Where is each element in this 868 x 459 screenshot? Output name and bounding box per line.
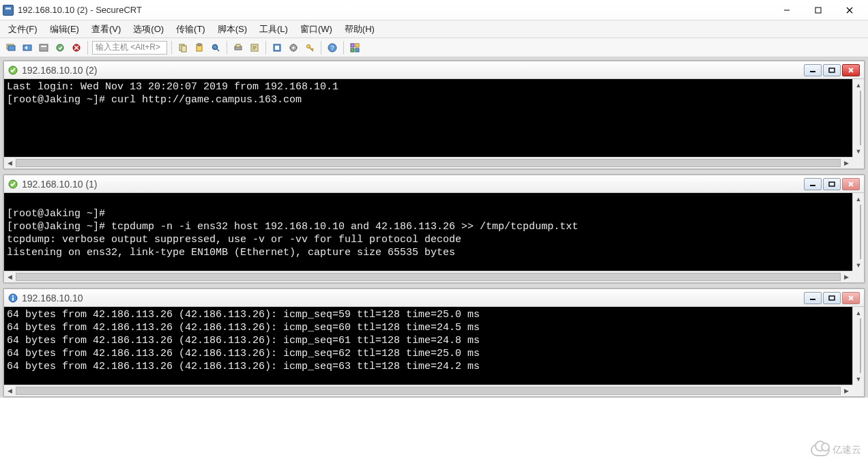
- terminal-pane: 192.168.10.10 (2)Last login: Wed Nov 13 …: [3, 60, 865, 170]
- toolbar-settings-icon[interactable]: [287, 41, 300, 55]
- scroll-up-arrow[interactable]: ▲: [854, 193, 864, 205]
- toolbar-connect-bar-icon[interactable]: [37, 41, 50, 55]
- terminal-line: 64 bytes from 42.186.113.26 (42.186.113.…: [7, 321, 852, 334]
- toolbar-properties-icon[interactable]: [248, 41, 261, 55]
- terminal-line: [7, 194, 852, 207]
- menu-transfer[interactable]: 传输(T): [176, 23, 205, 35]
- menu-help[interactable]: 帮助(H): [345, 23, 375, 35]
- resize-grip[interactable]: [852, 385, 864, 396]
- window-close-button[interactable]: [834, 1, 865, 20]
- scroll-down-arrow[interactable]: ▼: [854, 145, 864, 157]
- scroll-thumb[interactable]: [16, 159, 841, 167]
- scroll-track[interactable]: [16, 271, 841, 282]
- menu-edit[interactable]: 编辑(E): [50, 23, 79, 35]
- terminal-pane: 192.168.10.10 (1) [root@Jaking ~]#[root@…: [3, 174, 865, 284]
- window-minimize-button[interactable]: [771, 1, 802, 20]
- terminal-output[interactable]: Last login: Wed Nov 13 20:20:07 2019 fro…: [4, 79, 864, 157]
- horizontal-scrollbar[interactable]: ◀▶: [4, 271, 852, 282]
- pane-header[interactable]: 192.168.10.10: [4, 289, 864, 307]
- scroll-thumb[interactable]: [860, 91, 861, 145]
- connected-icon: [8, 179, 18, 189]
- pane-header[interactable]: 192.168.10.10 (2): [4, 61, 864, 79]
- scroll-left-arrow[interactable]: ◀: [4, 272, 16, 282]
- toolbar-tile-icon[interactable]: [348, 41, 362, 55]
- terminal-line: tcpdump: verbose output suppressed, use …: [7, 233, 852, 246]
- pane-header[interactable]: 192.168.10.10 (1): [4, 175, 864, 193]
- svg-rect-32: [12, 297, 14, 301]
- toolbar-disconnect-icon[interactable]: [70, 41, 83, 55]
- host-input[interactable]: 输入主机 <Alt+R>: [92, 41, 167, 55]
- pane-controls: [804, 64, 860, 76]
- svg-point-12: [213, 44, 218, 49]
- terminal-output[interactable]: 64 bytes from 42.186.113.26 (42.186.113.…: [4, 307, 864, 385]
- toolbar-options-icon[interactable]: [270, 41, 284, 55]
- toolbar-print-icon[interactable]: [231, 41, 245, 55]
- horizontal-scrollbar[interactable]: ◀▶: [4, 385, 852, 396]
- window-maximize-button[interactable]: [802, 1, 834, 20]
- toolbar-help-icon[interactable]: ?: [326, 41, 339, 55]
- terminal-line: 64 bytes from 42.186.113.26 (42.186.113.…: [7, 360, 852, 373]
- toolbar-session-manager-icon[interactable]: [4, 41, 18, 55]
- connected-icon: [8, 65, 18, 75]
- resize-grip[interactable]: [852, 157, 864, 168]
- scroll-thumb[interactable]: [16, 387, 841, 395]
- scroll-thumb[interactable]: [16, 273, 841, 281]
- terminal-line: 64 bytes from 42.186.113.26 (42.186.113.…: [7, 308, 852, 321]
- pane-minimize-button[interactable]: [804, 292, 822, 304]
- pane-close-button[interactable]: [842, 64, 860, 76]
- vertical-scrollbar[interactable]: ▲▼: [852, 307, 864, 385]
- resize-grip[interactable]: [852, 271, 864, 282]
- menu-options[interactable]: 选项(O): [133, 23, 164, 35]
- window-title: 192.168.10.10 (2) - SecureCRT: [18, 5, 142, 15]
- scroll-right-arrow[interactable]: ▶: [841, 272, 852, 282]
- toolbar-find-icon[interactable]: [209, 41, 222, 55]
- toolbar-quick-connect-icon[interactable]: [20, 41, 34, 55]
- terminal-output[interactable]: [root@Jaking ~]#[root@Jaking ~]# tcpdump…: [4, 193, 864, 271]
- scroll-right-arrow[interactable]: ▶: [841, 158, 852, 168]
- scroll-track[interactable]: [16, 385, 841, 396]
- scroll-up-arrow[interactable]: ▲: [854, 307, 864, 319]
- menu-tools[interactable]: 工具(L): [259, 23, 288, 35]
- svg-point-20: [307, 44, 310, 48]
- toolbar-key-icon[interactable]: [303, 41, 317, 55]
- pane-maximize-button[interactable]: [823, 64, 841, 76]
- horizontal-scrollbar[interactable]: ◀▶: [4, 157, 852, 168]
- scroll-right-arrow[interactable]: ▶: [841, 386, 852, 396]
- menu-view[interactable]: 查看(V): [91, 23, 121, 35]
- pane-minimize-button[interactable]: [804, 178, 822, 190]
- scroll-down-arrow[interactable]: ▼: [854, 259, 864, 271]
- host-placeholder: 输入主机 <Alt+R>: [96, 42, 160, 53]
- window-controls: [771, 1, 865, 20]
- menu-window[interactable]: 窗口(W): [300, 23, 332, 35]
- menu-file[interactable]: 文件(F): [8, 23, 38, 35]
- menu-bar: 文件(F) 编辑(E) 查看(V) 选项(O) 传输(T) 脚本(S) 工具(L…: [0, 20, 868, 38]
- toolbar-divider: [87, 41, 88, 55]
- svg-rect-24: [356, 44, 359, 47]
- toolbar-reconnect-icon[interactable]: [53, 41, 67, 55]
- svg-rect-0: [815, 8, 821, 13]
- pane-minimize-button[interactable]: [804, 64, 822, 76]
- toolbar-paste-icon[interactable]: [192, 41, 206, 55]
- terminal-line: listening on ens32, link-type EN10MB (Et…: [7, 246, 852, 259]
- vertical-scrollbar[interactable]: ▲▼: [852, 193, 864, 271]
- svg-rect-28: [829, 68, 835, 72]
- pane-close-button: [842, 292, 860, 304]
- scroll-thumb[interactable]: [860, 205, 861, 259]
- menu-script[interactable]: 脚本(S): [218, 23, 247, 35]
- scroll-left-arrow[interactable]: ◀: [4, 158, 16, 168]
- svg-rect-4: [40, 44, 48, 51]
- svg-rect-34: [829, 296, 835, 300]
- pane-maximize-button[interactable]: [823, 292, 841, 304]
- scroll-track[interactable]: [16, 158, 841, 168]
- vertical-scrollbar[interactable]: ▲▼: [852, 79, 864, 157]
- toolbar-copy-icon[interactable]: [176, 41, 190, 55]
- pane-maximize-button[interactable]: [823, 178, 841, 190]
- toolbar-divider: [227, 41, 227, 55]
- scroll-up-arrow[interactable]: ▲: [854, 79, 864, 91]
- scroll-down-arrow[interactable]: ▼: [854, 373, 864, 385]
- terminal-line: Last login: Wed Nov 13 20:20:07 2019 fro…: [7, 80, 852, 93]
- scroll-thumb[interactable]: [860, 319, 861, 373]
- scroll-left-arrow[interactable]: ◀: [4, 386, 16, 396]
- toolbar-divider: [343, 41, 344, 55]
- terminal-line: [root@Jaking ~]# tcpdump -n -i ens32 hos…: [7, 220, 852, 233]
